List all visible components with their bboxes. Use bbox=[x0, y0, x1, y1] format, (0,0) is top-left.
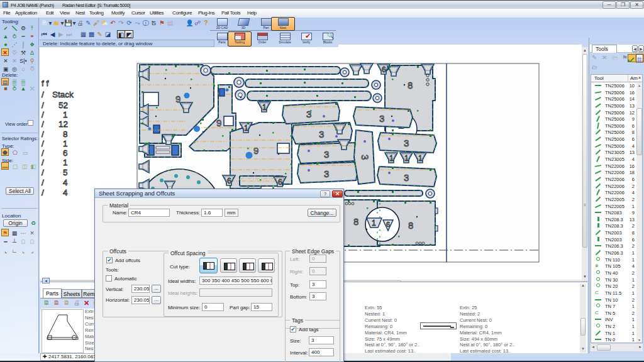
svg-text:f f: f f bbox=[42, 79, 49, 88]
svg-text:/: / bbox=[42, 158, 44, 167]
svg-text:/: / bbox=[42, 168, 44, 177]
svg-text:1: 1 bbox=[389, 154, 394, 163]
svg-text:/: / bbox=[42, 129, 44, 139]
svg-text:1: 1 bbox=[63, 139, 68, 148]
svg-text:3: 3 bbox=[379, 113, 384, 124]
svg-text:3: 3 bbox=[319, 129, 324, 140]
svg-text:/: / bbox=[42, 148, 44, 158]
svg-text:Stack: Stack bbox=[52, 90, 74, 99]
svg-text:1: 1 bbox=[262, 103, 267, 112]
svg-text:/: / bbox=[42, 110, 44, 119]
svg-text:3: 3 bbox=[324, 168, 329, 179]
svg-text:6: 6 bbox=[382, 65, 386, 74]
svg-text:1: 1 bbox=[63, 158, 68, 167]
svg-text:6: 6 bbox=[386, 221, 390, 228]
svg-text:/: / bbox=[42, 90, 44, 99]
svg-text:1: 1 bbox=[63, 110, 68, 119]
svg-text:52: 52 bbox=[58, 101, 68, 110]
svg-text:8: 8 bbox=[63, 129, 68, 139]
svg-text:8: 8 bbox=[353, 216, 358, 227]
svg-text:/: / bbox=[42, 178, 44, 187]
svg-text:8: 8 bbox=[408, 220, 413, 231]
svg-text:1: 1 bbox=[244, 124, 248, 133]
svg-text:9: 9 bbox=[216, 118, 221, 128]
svg-text:1: 1 bbox=[372, 219, 376, 228]
svg-text:6: 6 bbox=[63, 148, 68, 158]
svg-text:/: / bbox=[42, 101, 44, 110]
svg-text:3: 3 bbox=[404, 138, 409, 148]
svg-text:9: 9 bbox=[253, 145, 258, 156]
svg-text:8: 8 bbox=[408, 80, 413, 90]
svg-text:1: 1 bbox=[418, 154, 423, 163]
svg-text:3: 3 bbox=[360, 155, 370, 160]
svg-text:5: 5 bbox=[63, 168, 68, 177]
svg-text:6: 6 bbox=[227, 177, 231, 185]
svg-text:/: / bbox=[42, 188, 44, 197]
svg-text:3: 3 bbox=[404, 172, 409, 183]
svg-text:4: 4 bbox=[63, 188, 68, 197]
svg-text:/: / bbox=[42, 139, 44, 148]
svg-text:/: / bbox=[42, 119, 44, 129]
svg-text:6: 6 bbox=[278, 178, 282, 187]
svg-text:12: 12 bbox=[58, 119, 68, 129]
svg-text:4: 4 bbox=[63, 178, 68, 187]
svg-text:3: 3 bbox=[324, 149, 329, 160]
svg-text:1: 1 bbox=[404, 154, 409, 163]
